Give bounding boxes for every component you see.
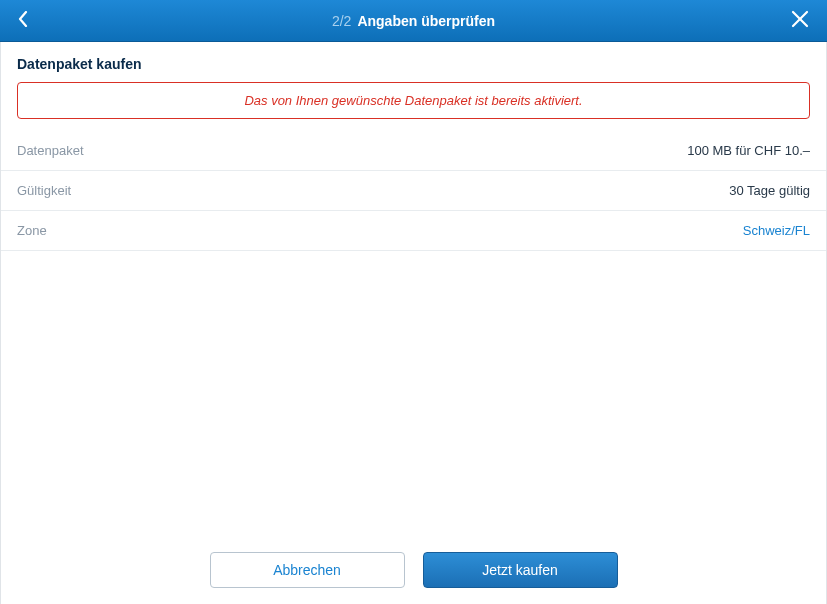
footer: Abbrechen Jetzt kaufen [1, 538, 826, 604]
spacer [1, 251, 826, 538]
content: Datenpaket kaufen Das von Ihnen gewünsch… [0, 42, 827, 604]
close-button[interactable] [783, 0, 817, 41]
header-title: Angaben überprüfen [357, 13, 495, 29]
alert-message: Das von Ihnen gewünschte Datenpaket ist … [17, 82, 810, 119]
label-validity: Gültigkeit [17, 183, 71, 198]
cancel-button[interactable]: Abbrechen [210, 552, 405, 588]
row-datapacket: Datenpaket 100 MB für CHF 10.– [1, 131, 826, 171]
header: 2/2 Angaben überprüfen [0, 0, 827, 42]
value-datapacket: 100 MB für CHF 10.– [687, 143, 810, 158]
value-zone[interactable]: Schweiz/FL [743, 223, 810, 238]
back-button[interactable] [10, 0, 36, 41]
buy-button[interactable]: Jetzt kaufen [423, 552, 618, 588]
close-icon [791, 10, 809, 31]
row-validity: Gültigkeit 30 Tage gültig [1, 171, 826, 211]
chevron-left-icon [18, 11, 28, 30]
value-validity: 30 Tage gültig [729, 183, 810, 198]
step-indicator: 2/2 [332, 13, 351, 29]
section-title: Datenpaket kaufen [1, 42, 826, 82]
label-datapacket: Datenpaket [17, 143, 84, 158]
row-zone: Zone Schweiz/FL [1, 211, 826, 251]
label-zone: Zone [17, 223, 47, 238]
